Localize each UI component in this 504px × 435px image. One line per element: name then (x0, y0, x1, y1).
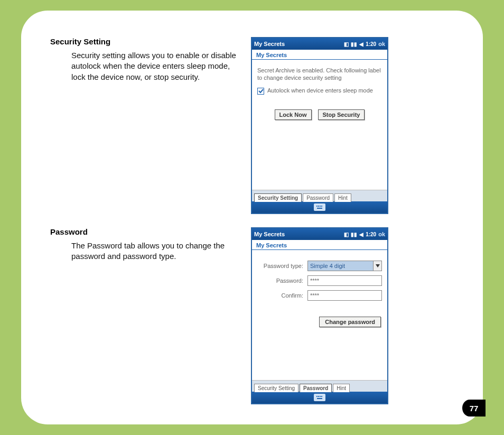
password-type-value: Simple 4 digit (308, 263, 373, 269)
svg-rect-10 (321, 396, 322, 397)
divider (252, 249, 387, 250)
security-text-col: Security Setting Security setting allows… (50, 37, 251, 214)
password-form: Password type: Simple 4 digit Password: … (257, 261, 382, 327)
stop-security-button[interactable]: Stop Security (318, 109, 365, 120)
phone-password: My Secrets ◧ ▮▮ ◀ 1:20 ok My Secrets Pas… (251, 227, 388, 404)
phone-security: My Secrets ◧ ▮▮ ◀ 1:20 ok My Secrets Sec… (251, 37, 388, 214)
bottombar (252, 201, 387, 213)
svg-rect-3 (320, 206, 321, 207)
svg-rect-1 (316, 206, 318, 207)
password-type-select[interactable]: Simple 4 digit (307, 261, 382, 271)
row-password: Password: **** (257, 275, 382, 286)
tab-hint[interactable]: Hint (333, 384, 350, 392)
label-password-type: Password type: (257, 263, 307, 269)
clock: 1:20 (366, 41, 376, 47)
titlebar: My Secrets ◧ ▮▮ ◀ 1:20 ok (252, 38, 387, 50)
svg-rect-11 (317, 398, 322, 399)
tabbar: Security Setting Password Hint (252, 190, 387, 201)
tabbar: Security Setting Password Hint (252, 380, 387, 392)
document-page: Security Setting Security setting allows… (21, 11, 483, 424)
security-body-text: Secret Archive is enabled. Check followi… (257, 67, 382, 82)
status-icons: ◧ ▮▮ ◀ 1:20 (344, 232, 376, 237)
security-heading: Security Setting (50, 37, 240, 46)
status-icon: ◧ (344, 41, 349, 47)
keyboard-icon[interactable] (314, 394, 325, 401)
password-heading: Password (50, 227, 240, 236)
chevron-down-icon (373, 261, 381, 271)
titlebar: My Secrets ◧ ▮▮ ◀ 1:20 ok (252, 228, 387, 240)
volume-icon: ◀ (359, 41, 363, 47)
keyboard-icon[interactable] (314, 203, 325, 211)
autolock-checkbox[interactable] (257, 88, 264, 95)
section-password: Password The Password tab allows you to … (50, 227, 462, 404)
volume-icon: ◀ (359, 232, 363, 237)
label-password: Password: (257, 277, 307, 284)
app-title: My Secrets (254, 41, 344, 47)
body-password: Password type: Simple 4 digit Password: … (252, 253, 387, 380)
password-value: **** (310, 277, 319, 284)
confirm-input[interactable]: **** (307, 290, 382, 301)
svg-rect-5 (317, 208, 322, 209)
svg-rect-9 (320, 396, 321, 397)
autolock-row: Autolock when device enters sleep mode (257, 87, 382, 95)
password-device-col: My Secrets ◧ ▮▮ ◀ 1:20 ok My Secrets Pas… (251, 227, 462, 404)
status-icons: ◧ ▮▮ ◀ 1:20 (344, 41, 376, 47)
lock-now-button[interactable]: Lock Now (275, 109, 312, 120)
clock: 1:20 (366, 232, 376, 237)
row-type: Password type: Simple 4 digit (257, 261, 382, 271)
svg-rect-7 (316, 396, 318, 397)
change-row: Change password (257, 317, 382, 327)
svg-rect-4 (321, 206, 322, 207)
security-desc: Security setting allows you to enable or… (71, 50, 240, 82)
tab-security[interactable]: Security Setting (254, 193, 302, 202)
tab-password[interactable]: Password (303, 193, 333, 202)
subtitle: My Secrets (252, 240, 387, 249)
app-title: My Secrets (254, 231, 344, 237)
status-icon: ◧ (344, 232, 349, 237)
section-security: Security Setting Security setting allows… (50, 37, 462, 214)
subtitle: My Secrets (252, 50, 387, 59)
divider (252, 59, 387, 60)
tab-password[interactable]: Password (300, 384, 332, 392)
button-row: Lock Now Stop Security (257, 109, 382, 120)
body-security: Secret Archive is enabled. Check followi… (252, 63, 387, 190)
check-icon (258, 88, 264, 94)
tab-security[interactable]: Security Setting (254, 384, 298, 392)
password-input[interactable]: **** (307, 275, 382, 286)
confirm-value: **** (310, 292, 319, 299)
svg-rect-0 (315, 205, 324, 210)
page-number-badge: 77 (462, 400, 486, 417)
change-password-button[interactable]: Change password (319, 317, 381, 327)
autolock-label: Autolock when device enters sleep mode (267, 87, 382, 95)
svg-rect-8 (318, 396, 319, 397)
svg-rect-2 (318, 206, 319, 207)
password-desc: The Password tab allows you to change th… (71, 240, 240, 262)
tab-hint[interactable]: Hint (334, 193, 351, 202)
ok-button[interactable]: ok (378, 41, 385, 47)
label-confirm: Confirm: (257, 292, 307, 299)
password-text-col: Password The Password tab allows you to … (50, 227, 251, 404)
signal-icon: ▮▮ (351, 232, 357, 237)
ok-button[interactable]: ok (378, 231, 385, 237)
bottombar (252, 392, 387, 403)
signal-icon: ▮▮ (351, 41, 357, 47)
row-confirm: Confirm: **** (257, 290, 382, 301)
security-device-col: My Secrets ◧ ▮▮ ◀ 1:20 ok My Secrets Sec… (251, 37, 462, 214)
svg-rect-6 (315, 395, 324, 400)
